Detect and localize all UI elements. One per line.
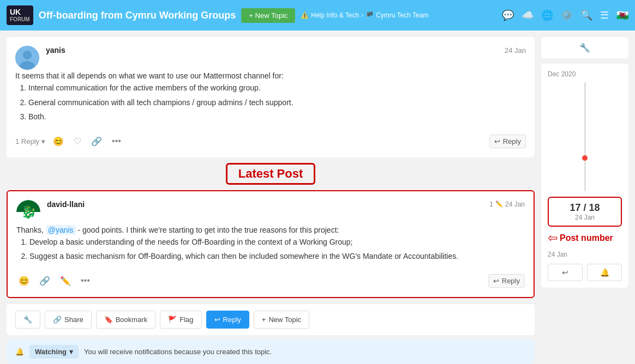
more-icon[interactable]: ••• — [110, 134, 123, 148]
post-number-annotation: Post number — [560, 233, 613, 243]
bookmark-icon: 🔖 — [104, 316, 113, 324]
flag-button[interactable]: 🚩 Flag — [160, 311, 201, 329]
watching-label: Watching — [35, 348, 67, 356]
network-icon[interactable]: ⚙️ — [561, 9, 573, 21]
cloud-icon[interactable]: ☁️ — [522, 9, 534, 21]
timeline-dot — [582, 155, 588, 161]
watching-chevron: ▾ — [69, 348, 73, 356]
emoji-icon[interactable]: 😊 — [16, 274, 32, 288]
flag-btn-icon: 🚩 — [168, 316, 177, 324]
search-icon[interactable]: 🔍 — [580, 9, 592, 21]
post-intro-david: Thanks, @yanis - good points. I think we… — [16, 224, 525, 236]
pencil-icon: ✏️ — [495, 201, 503, 208]
bell-watching-icon: 🔔 — [15, 348, 24, 356]
reply-main-label: Reply — [223, 316, 241, 324]
timeline-bar — [584, 82, 586, 191]
flag-icon[interactable]: 🏴󠁧󠁢󠁷󠁬󠁳󠁿 — [616, 9, 628, 21]
breadcrumb-separator: › — [361, 11, 363, 19]
post-username-david[interactable]: david-llani — [47, 200, 85, 209]
post-current: 17 — [570, 202, 580, 213]
emoji-icon[interactable]: 😊 — [51, 134, 66, 149]
post-intro-yanis: It seems that it all depends on what we … — [15, 70, 526, 82]
menu-icon[interactable]: ☰ — [600, 9, 609, 21]
post-sep: / — [584, 202, 589, 213]
avatar-yanis — [15, 46, 39, 70]
post-fraction: 17 / 18 — [555, 202, 614, 214]
annotation-arrow-icon: ⇦ — [548, 231, 558, 245]
reply-main-button[interactable]: ↩ Reply — [206, 311, 249, 329]
post-yanis: yanis 24 Jan It seems that it all depend… — [7, 37, 535, 157]
post-actions-david: 😊 🔗 ✏️ ••• ↩ Reply — [16, 269, 525, 288]
reply-count-yanis[interactable]: 1 Reply ▾ — [15, 137, 45, 145]
globe-icon[interactable]: 🌐 — [541, 9, 553, 21]
new-topic-label: New Topic — [268, 316, 301, 324]
logo-forum: FORUM — [10, 16, 30, 23]
flag-label: Flag — [179, 316, 193, 324]
heart-icon[interactable]: ♡ — [71, 134, 83, 149]
main-container: yanis 24 Jan It seems that it all depend… — [0, 31, 635, 364]
watching-bar: 🔔 Watching ▾ You will receive notificati… — [7, 339, 535, 364]
post-list-item: Develop a basic understanding of the nee… — [29, 236, 525, 248]
link-icon[interactable]: 🔗 — [37, 274, 52, 288]
sidebar-action-row: ↩ 🔔 — [548, 264, 622, 281]
reply-label: Reply — [503, 137, 521, 145]
reply-count-text: 1 Reply — [15, 137, 39, 145]
latest-post-text: Latest Post — [226, 163, 316, 185]
site-logo[interactable]: UK FORUM — [7, 5, 33, 26]
reply-button-david[interactable]: ↩ Reply — [488, 274, 525, 288]
wrench-icon: 🔧 — [23, 316, 32, 324]
share-button[interactable]: 🔗 Share — [45, 311, 92, 329]
post-username-yanis[interactable]: yanis — [46, 46, 65, 54]
post-content-david: Thanks, @yanis - good points. I think we… — [16, 224, 525, 263]
svg-text:🐉: 🐉 — [21, 205, 37, 220]
bookmark-button[interactable]: 🔖 Bookmark — [96, 311, 156, 329]
post-david: 🐉 david-llani 1 ✏️ 24 Jan Thanks, @yanis… — [7, 190, 535, 298]
breadcrumb-flag-icon: 🏴 — [366, 11, 374, 19]
reply-arrow-icon: ↩ — [494, 137, 500, 145]
post-date-yanis: 24 Jan — [505, 46, 526, 54]
reply-arrow-icon: ↩ — [493, 277, 499, 285]
breadcrumb-icon: ⚠️ — [301, 11, 309, 19]
svg-point-1 — [23, 51, 32, 59]
sidebar-wrench-icon: 🔧 — [579, 43, 590, 52]
post-list-item: Internal communication for the active me… — [28, 82, 526, 94]
new-topic-button[interactable]: + New Topic — [241, 8, 295, 23]
watching-dropdown[interactable]: Watching ▾ — [29, 345, 79, 359]
header: UK FORUM Off-boarding from Cymru Working… — [0, 0, 635, 31]
more-icon[interactable]: ••• — [79, 274, 92, 288]
edit-number: 1 — [489, 201, 493, 208]
mention-yanis: @yanis — [46, 225, 76, 235]
breadcrumb: ⚠️ Help Info & Tech › 🏴 Cymru Tech Team — [301, 11, 428, 19]
sidebar-date-bottom: 24 Jan — [548, 251, 622, 258]
timeline: Dec 2020 17 / 18 24 Jan ⇦ Post number 24… — [541, 64, 628, 288]
post-edit-info: 1 ✏️ 24 Jan — [489, 201, 525, 208]
reply-button-yanis[interactable]: ↩ Reply — [489, 135, 526, 148]
new-topic-toolbar-button[interactable]: + New Topic — [254, 311, 309, 329]
wrench-button[interactable]: 🔧 — [15, 311, 40, 329]
post-actions-yanis: 1 Reply ▾ 😊 ♡ 🔗 ••• ↩ Reply — [15, 130, 526, 149]
bottom-toolbar: 🔧 🔗 Share 🔖 Bookmark 🚩 Flag ↩ Reply + Ne… — [7, 304, 535, 335]
sidebar-reply-button[interactable]: ↩ — [548, 264, 583, 281]
reply-main-icon: ↩ — [214, 316, 220, 324]
breadcrumb-help[interactable]: Help Info & Tech — [311, 11, 359, 19]
sidebar-wrench-button[interactable]: 🔧 — [541, 37, 628, 58]
post-list-item: Both. — [28, 111, 526, 123]
pencil-action-icon[interactable]: ✏️ — [58, 274, 73, 288]
reply-label: Reply — [502, 277, 520, 285]
sidebar: 🔧 Dec 2020 17 / 18 24 Jan ⇦ Post number — [541, 37, 628, 364]
post-total: 18 — [589, 202, 600, 213]
sidebar-bell-button[interactable]: 🔔 — [587, 264, 622, 281]
posts-area: yanis 24 Jan It seems that it all depend… — [7, 37, 535, 364]
link-icon[interactable]: 🔗 — [89, 134, 104, 149]
share-icon: 🔗 — [53, 316, 62, 324]
post-list-item: Suggest a basic mechanism for Off-Boardi… — [29, 250, 525, 262]
post-list-item: General communication with all tech cham… — [28, 96, 526, 108]
latest-post-label: Latest Post — [7, 163, 535, 185]
timeline-post-info[interactable]: 17 / 18 24 Jan — [548, 197, 622, 227]
chat-icon[interactable]: 💬 — [502, 9, 514, 21]
logo-uk: UK — [10, 8, 30, 17]
post-content-yanis: It seems that it all depends on what we … — [15, 70, 526, 123]
timeline-start-date: Dec 2020 — [548, 70, 622, 78]
chevron-down-icon: ▾ — [41, 137, 45, 145]
breadcrumb-team[interactable]: Cymru Tech Team — [376, 11, 428, 19]
